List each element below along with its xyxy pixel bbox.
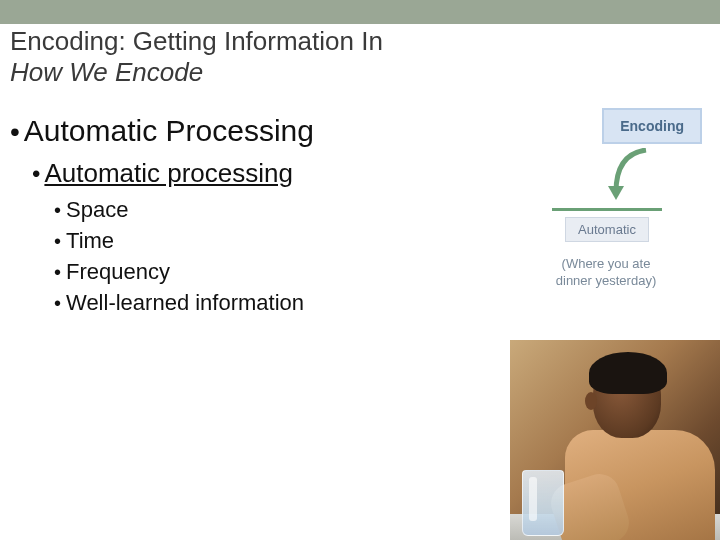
divider-line [552, 208, 662, 211]
title-line-1: Encoding: Getting Information In [10, 26, 710, 57]
diagram-caption: (Where you ate dinner yesterday) [556, 256, 656, 290]
diagram-column: Encoding Automatic (Where you ate dinner… [502, 108, 702, 296]
encoding-box: Encoding [602, 108, 702, 144]
bullet-text: Time [66, 228, 114, 254]
bullet-icon: • [32, 160, 40, 188]
bullet-icon: • [10, 116, 20, 148]
header-bar [0, 0, 720, 24]
bullet-text: Automatic Processing [24, 114, 314, 148]
bullet-icon: • [54, 261, 61, 284]
bullet-text: Frequency [66, 259, 170, 285]
slide-title: Encoding: Getting Information In How We … [0, 24, 720, 96]
bullet-text: Space [66, 197, 128, 223]
dinner-photo [510, 340, 720, 540]
arrow-down-icon [502, 150, 702, 206]
photo-person [565, 358, 695, 528]
title-line-2: How We Encode [10, 57, 710, 88]
bullet-text: Automatic processing [44, 158, 293, 189]
bullet-icon: • [54, 199, 61, 222]
automatic-box: Automatic [565, 217, 649, 242]
photo-glass [522, 470, 564, 536]
bullet-text: Well-learned information [66, 290, 304, 316]
caption-line: (Where you ate [562, 256, 651, 271]
caption-line: dinner yesterday) [556, 273, 656, 288]
bullet-icon: • [54, 292, 61, 315]
bullet-icon: • [54, 230, 61, 253]
